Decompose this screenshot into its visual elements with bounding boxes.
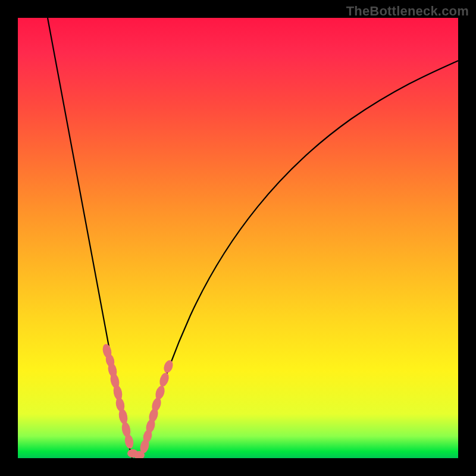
watermark-text: TheBottleneck.com bbox=[346, 4, 469, 19]
curves-svg bbox=[18, 18, 458, 458]
curve-right-arm bbox=[142, 61, 458, 458]
bead-right bbox=[162, 359, 175, 374]
plot-area bbox=[18, 18, 458, 458]
bead-right bbox=[154, 384, 167, 400]
chart-frame: TheBottleneck.com bbox=[0, 0, 476, 476]
bead-right bbox=[158, 371, 170, 387]
